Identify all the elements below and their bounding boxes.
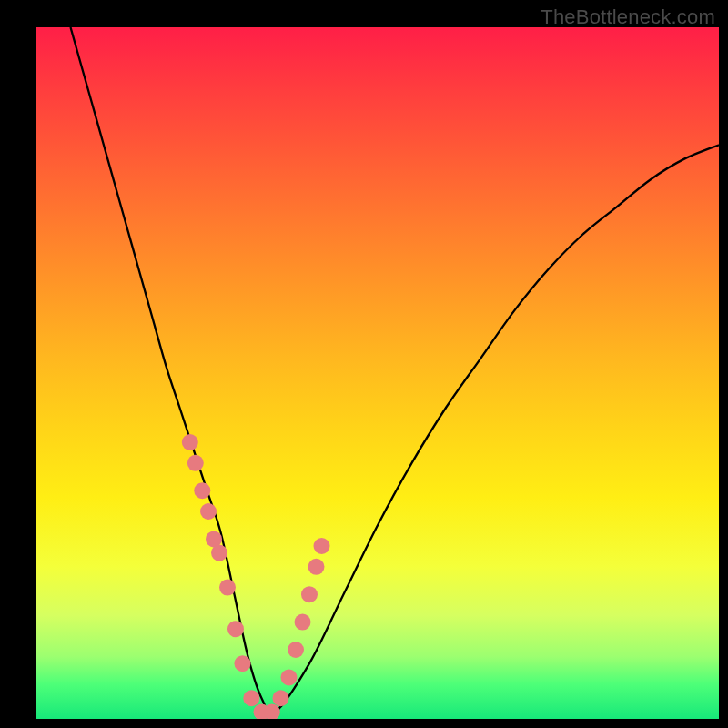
marker-dot: [314, 538, 330, 554]
chart-frame: TheBottleneck.com: [0, 0, 728, 728]
marker-dot: [308, 559, 325, 575]
marker-dot: [243, 690, 259, 706]
marker-dot: [288, 642, 304, 658]
marker-dot: [273, 690, 289, 706]
marker-dot: [235, 655, 251, 672]
curve-path: [71, 27, 720, 713]
plot-area: [36, 27, 719, 719]
marker-dot: [200, 503, 217, 520]
marker-dot: [187, 455, 204, 471]
marker-dot: [295, 614, 311, 631]
bottleneck-curve: [36, 27, 719, 719]
watermark-label: TheBottleneck.com: [541, 5, 715, 29]
marker-dot: [194, 482, 210, 499]
marker-dot: [182, 434, 198, 450]
marker-dot: [228, 621, 244, 637]
marker-dots: [182, 434, 330, 719]
marker-dot: [301, 586, 318, 602]
marker-dot: [211, 545, 228, 561]
marker-dot: [281, 669, 298, 685]
marker-dot: [219, 580, 236, 596]
